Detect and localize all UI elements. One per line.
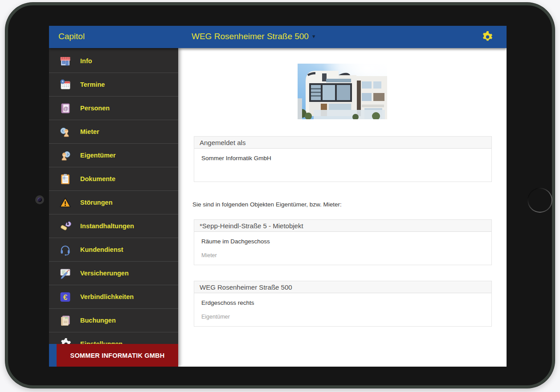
object-panel-title: *Sepp-Heindl-Straße 5 - Mietobjekt — [194, 220, 491, 232]
object-panel[interactable]: WEG Rosenheimer Straße 500 Erdgeschoss r… — [194, 281, 492, 327]
logged-in-panel: Angemeldet als Sommer Informatik GmbH — [194, 136, 492, 182]
object-unit: Räume im Dachgeschoss — [201, 238, 484, 245]
object-unit: Erdgeschoss rechts — [201, 299, 484, 306]
svg-text:€: € — [63, 293, 68, 301]
sidebar-item-eigentuemer[interactable]: Eigentümer — [49, 144, 178, 167]
sidebar-item-personen[interactable]: @ Personen — [49, 97, 178, 120]
sidebar-item-label: Mieter — [80, 128, 99, 135]
sidebar-item-label: Instandhaltungen — [80, 222, 134, 230]
sidebar-item-stoerungen[interactable]: Störungen — [49, 191, 178, 214]
intro-text: Sie sind in folgenden Objekten Eigentüme… — [192, 201, 507, 208]
sidebar-item-mieter[interactable]: Mieter — [49, 120, 178, 144]
vendor-banner-text: SOMMER INFORMATIK GMBH — [70, 352, 165, 359]
top-bar: Capitol WEG Rosenheimer Straße 500▾ — [49, 26, 507, 48]
settings-gear-icon[interactable] — [481, 31, 493, 43]
object-selector-dropdown[interactable]: WEG Rosenheimer Straße 500▾ — [192, 32, 315, 41]
banner-accent-strip — [49, 344, 57, 367]
sidebar-item-verbindlichkeiten[interactable]: € Verbindlichkeiten — [49, 285, 178, 309]
object-panel-title: WEG Rosenheimer Straße 500 — [194, 281, 491, 293]
two-people-mirrored-icon — [59, 150, 71, 162]
object-role: Eigentümer — [201, 314, 484, 320]
svg-text:@: @ — [63, 105, 68, 111]
object-role: Mieter — [201, 252, 484, 259]
sidebar-item-label: Personen — [80, 105, 110, 112]
sidebar-item-label: Störungen — [80, 199, 113, 206]
sidebar-item-label: Verbindlichkeiten — [80, 293, 134, 300]
logged-in-panel-header: Angemeldet als — [194, 137, 491, 149]
clipboard-icon — [59, 173, 71, 185]
sidebar-item-label: Termine — [80, 81, 105, 88]
sidebar-item-label: Eigentümer — [80, 152, 116, 159]
sidebar-item-label: Kundendienst — [80, 246, 123, 253]
app-screen: Capitol WEG Rosenheimer Straße 500▾ Info… — [49, 26, 507, 367]
sidebar-item-termine[interactable]: Termine — [49, 73, 178, 97]
sidebar-item-info[interactable]: Info — [49, 49, 178, 73]
warning-triangle-icon — [59, 197, 71, 209]
object-selector-label: WEG Rosenheimer Straße 500 — [192, 32, 309, 41]
two-people-icon — [59, 126, 71, 138]
sidebar-item-label: Versicherungen — [80, 270, 129, 277]
chevron-down-icon: ▾ — [312, 33, 315, 40]
document-pen-icon — [59, 267, 71, 279]
calendar-clock-icon — [59, 79, 71, 91]
store-icon — [59, 55, 71, 67]
sidebar-item-label: Info — [80, 57, 92, 65]
main-content: Angemeldet als Sommer Informatik GmbH Si… — [178, 48, 507, 367]
home-button[interactable] — [527, 188, 552, 213]
sidebar-item-dokumente[interactable]: Dokumente — [49, 167, 178, 191]
wrench-icon — [59, 220, 71, 232]
sidebar-item-label: Dokumente — [80, 175, 115, 182]
books-icon — [59, 315, 71, 327]
sidebar-nav: Info Termine @ Personen Mieter Eigentüme… — [49, 48, 178, 367]
sidebar-item-buchungen[interactable]: Buchungen — [49, 309, 178, 332]
sidebar-item-kundendienst[interactable]: Kundendienst — [49, 238, 178, 262]
app-brand: Capitol — [58, 32, 85, 41]
headset-icon — [59, 244, 71, 256]
logged-in-account-name: Sommer Informatik GmbH — [201, 155, 484, 162]
sidebar-item-label: Buchungen — [80, 317, 116, 324]
address-book-icon: @ — [59, 102, 71, 114]
front-camera — [35, 195, 44, 204]
sidebar-item-instandhaltungen[interactable]: Instandhaltungen — [49, 214, 178, 238]
object-panel[interactable]: *Sepp-Heindl-Straße 5 - Mietobjekt Räume… — [194, 219, 492, 265]
euro-icon: € — [59, 291, 71, 303]
building-photo — [298, 64, 387, 119]
sidebar-item-versicherungen[interactable]: Versicherungen — [49, 262, 178, 285]
vendor-banner: SOMMER INFORMATIK GMBH — [49, 344, 178, 367]
